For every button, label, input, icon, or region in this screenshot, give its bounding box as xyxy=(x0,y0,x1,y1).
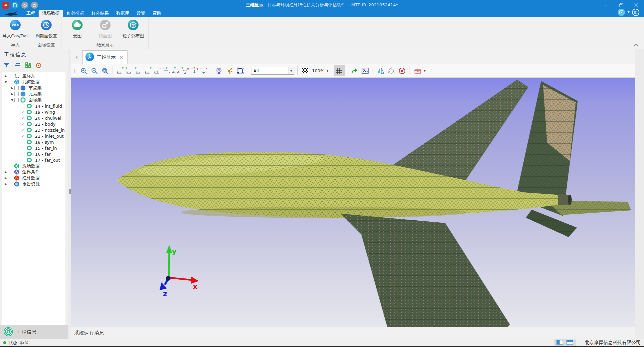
tree-expand-icon[interactable]: ▶ xyxy=(4,170,8,174)
tree-item[interactable]: ▶元素集 xyxy=(2,91,66,97)
tree-checkbox[interactable] xyxy=(8,74,12,78)
layout-bottom-panel-icon[interactable] xyxy=(566,340,573,346)
tree-checkbox[interactable] xyxy=(8,80,12,84)
tree-checkbox[interactable] xyxy=(8,164,12,168)
share-nodes-icon[interactable] xyxy=(387,66,396,75)
minimize-button[interactable] xyxy=(598,0,613,10)
zoom-in-icon[interactable] xyxy=(79,66,88,75)
tree-item[interactable]: 14 - int_fluid xyxy=(2,103,66,109)
tree-expand-icon[interactable]: ▼ xyxy=(10,98,14,102)
tree-item[interactable]: ▶节点集 xyxy=(2,85,66,91)
zoom-level-caret-icon[interactable]: ▼ xyxy=(326,69,328,72)
tree-checkbox[interactable] xyxy=(21,104,25,108)
ribbon-button-contour[interactable]: 云图 xyxy=(63,19,91,39)
style-switch-icon[interactable] xyxy=(618,9,625,16)
grid-toggle-icon[interactable] xyxy=(334,65,345,76)
new-document-icon[interactable] xyxy=(12,2,19,9)
display-filter-dropdown-icon[interactable]: ▼ xyxy=(288,67,294,74)
tree-checkbox[interactable]: ✓ xyxy=(21,134,25,138)
menu-item-shezhi[interactable]: 设置 xyxy=(133,10,149,17)
tree-expand-icon[interactable]: ▶ xyxy=(4,176,8,180)
rotate-z-icon[interactable]: zYx xyxy=(190,67,198,74)
mirror-icon[interactable] xyxy=(376,66,385,75)
tree-item[interactable]: ✓19 - wing xyxy=(2,109,66,115)
tree-item[interactable]: ▶红外数据 xyxy=(2,175,66,181)
tree-item[interactable]: 15 - far_in xyxy=(2,145,66,151)
ribbon-collapse-icon[interactable] xyxy=(634,42,638,47)
zoom-fit-icon[interactable] xyxy=(100,66,110,75)
screenshot-image-icon[interactable] xyxy=(360,66,370,75)
tree-checkbox[interactable] xyxy=(14,86,19,90)
menu-item-gongcheng[interactable]: 工程 xyxy=(23,10,39,17)
tab-3d-view[interactable]: 三维显示 ✕ xyxy=(82,50,128,64)
view-front-icon[interactable]: xzY xyxy=(116,67,124,74)
zoom-level-value[interactable]: 100% xyxy=(311,68,325,73)
tree-item[interactable]: ▶Yzx坐标系 xyxy=(2,73,66,79)
rotate-free-icon[interactable]: zxy xyxy=(200,67,208,74)
tree-checkbox[interactable] xyxy=(14,98,19,102)
redo-icon[interactable] xyxy=(31,2,38,9)
tree-checkbox[interactable] xyxy=(8,182,12,186)
archive-box-icon[interactable] xyxy=(413,66,422,75)
tree-checkbox[interactable] xyxy=(21,140,25,144)
box-select-icon[interactable] xyxy=(235,66,245,75)
display-filter-combobox[interactable]: All ▼ xyxy=(251,67,294,75)
tree-expand-icon[interactable]: ▶ xyxy=(4,182,8,186)
menu-item-shujuku[interactable]: 数据库 xyxy=(113,10,133,17)
menu-item-bangzhu[interactable]: 帮助 xyxy=(149,10,165,17)
transparency-checker-icon[interactable] xyxy=(301,66,310,75)
tree-checkbox[interactable]: ✓ xyxy=(21,116,25,120)
tree-checkbox[interactable] xyxy=(21,158,25,162)
tree-checkbox[interactable]: ✓ xyxy=(21,122,25,126)
undo-icon[interactable] xyxy=(21,2,28,9)
view-left-icon[interactable]: Yxz xyxy=(135,67,143,74)
tree-expand-icon[interactable]: ▶ xyxy=(4,74,8,78)
filter-icon[interactable] xyxy=(3,62,10,69)
tree-expand-icon[interactable]: ▶ xyxy=(10,92,14,96)
list-settings-icon[interactable] xyxy=(14,63,21,69)
project-panel-footer[interactable]: 工程信息 xyxy=(0,325,68,339)
tree-item[interactable]: ✓20 - chuiwei xyxy=(2,115,66,121)
clear-cancel-icon[interactable] xyxy=(397,66,407,75)
more-tools-caret-icon[interactable]: ▼ xyxy=(424,69,426,72)
view-back-icon[interactable]: Yzx xyxy=(125,67,133,74)
tree-item[interactable]: 16 - far xyxy=(2,151,66,157)
tree-item[interactable]: 流场数据 xyxy=(2,163,66,169)
tree-item[interactable]: ✓21 - body xyxy=(2,121,66,127)
view-right-icon[interactable]: zxY xyxy=(144,67,152,74)
tree-expand-icon[interactable]: ▶ xyxy=(10,86,14,90)
app-launcher-icon[interactable] xyxy=(2,2,9,9)
tree-checkbox[interactable]: ✓ xyxy=(21,110,25,114)
view-bottom-icon[interactable]: zYx xyxy=(162,67,170,74)
grid-view-icon[interactable] xyxy=(25,62,31,69)
tree-checkbox[interactable] xyxy=(21,146,25,150)
tree-item[interactable]: ✓23 - nozzle_in xyxy=(2,127,66,133)
zoom-out-icon[interactable] xyxy=(90,66,99,75)
tree-item[interactable]: ▶报告资源 xyxy=(2,181,66,187)
rotate-x-icon[interactable]: zYx xyxy=(172,67,180,74)
view-top-icon[interactable]: zYx xyxy=(153,67,161,74)
target-locate-icon[interactable] xyxy=(36,62,42,69)
style-dropdown-caret-icon[interactable]: ▼ xyxy=(627,10,630,14)
panel-splitter[interactable]: ●●● xyxy=(68,49,71,339)
menu-item-hongwai-jieguo[interactable]: 红外结果 xyxy=(88,10,113,17)
tree-item[interactable]: 18 - sym xyxy=(2,139,66,145)
tree-item[interactable]: ▶边界条件 xyxy=(2,169,66,175)
tab-close-icon[interactable]: ✕ xyxy=(118,55,123,60)
export-arrow-icon[interactable] xyxy=(350,66,359,75)
viewport-3d[interactable]: y x z xyxy=(71,78,635,327)
ribbon-button-periodic-face[interactable]: 周期面设置 xyxy=(32,19,60,39)
tab-scroll-left-icon[interactable]: ‹ xyxy=(71,50,82,64)
tree-item[interactable]: ▼面域集 xyxy=(2,97,66,103)
layout-left-panel-icon[interactable] xyxy=(556,340,563,346)
tree-checkbox[interactable] xyxy=(8,176,12,180)
ribbon-button-particle[interactable]: 粒子分布图 xyxy=(119,19,147,39)
tree-item[interactable]: 17 - far_out xyxy=(2,157,66,163)
tree-checkbox[interactable] xyxy=(21,152,25,156)
menu-item-hongwai-fenxi[interactable]: 红外分析 xyxy=(63,10,88,17)
tree-item[interactable]: ▼几何数据 xyxy=(2,79,66,85)
tree-checkbox[interactable] xyxy=(8,170,12,174)
ribbon-button-import-cas-dat[interactable]: cas导入Cas/Dat xyxy=(1,19,29,39)
tree-checkbox[interactable] xyxy=(14,92,19,96)
tree-expand-icon[interactable]: ▼ xyxy=(4,80,8,84)
